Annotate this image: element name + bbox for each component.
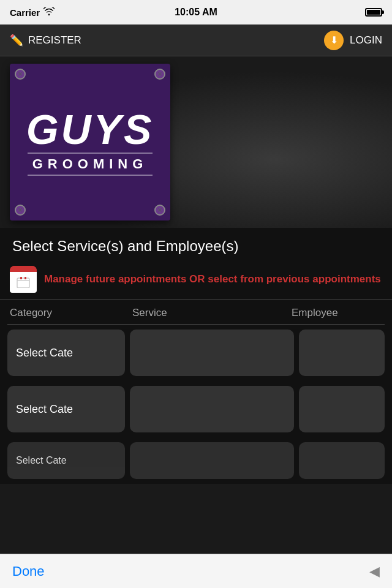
table-header: Category Service Employee [7,304,385,325]
pencil-icon: ✏️ [10,34,23,47]
header-category: Category [10,307,132,319]
table-row: Select Cate [7,437,385,484]
service-dropdown-3[interactable] [130,442,294,479]
carrier-label: Carrier [10,7,40,18]
category-dropdown-1[interactable]: Select Cate [7,330,125,376]
svg-rect-2 [20,277,22,279]
login-label[interactable]: LOGIN [350,34,382,47]
appointment-banner-text: Manage future appointments OR select fro… [44,272,381,287]
header-employee: Employee [292,307,382,319]
screw-bottom-right [154,205,165,216]
employee-dropdown-1[interactable] [299,330,385,376]
bottom-toolbar: Done ◀ [0,554,392,588]
table-row: Select Cate [7,381,385,437]
service-dropdown-2[interactable] [130,386,294,432]
calendar-icon [10,266,37,293]
appointment-banner[interactable]: Manage future appointments OR select fro… [0,260,392,300]
category-dropdown-3[interactable]: Select Cate [7,442,125,479]
page-title: Select Service(s) and Employee(s) [0,228,392,260]
nav-bar: ✏️ REGISTER ⬇ LOGIN [0,24,392,56]
logo-guys-text: GUYS [26,108,154,150]
coin-icon: ⬇ [324,31,344,50]
service-dropdown-1[interactable] [130,330,294,376]
header-service: Service [132,307,292,319]
hero-section: GUYS GROOMING [0,56,392,228]
login-nav-group: ⬇ LOGIN [324,31,382,50]
employee-dropdown-3[interactable] [299,442,385,479]
logo-card: GUYS GROOMING [10,64,170,221]
svg-rect-3 [24,277,26,279]
time-display: 10:05 AM [175,7,217,18]
logo-grooming-text: GROOMING [28,153,153,176]
register-label: REGISTER [28,34,81,47]
category-dropdown-2[interactable]: Select Cate [7,386,125,432]
done-button[interactable]: Done [12,564,45,579]
screw-top-left [15,69,26,80]
status-bar: Carrier 10:05 AM [0,0,392,24]
screw-top-right [154,69,165,80]
employee-dropdown-2[interactable] [299,386,385,432]
back-arrow-icon[interactable]: ◀ [369,564,380,579]
table-row: Select Cate [7,325,385,381]
register-nav-item[interactable]: ✏️ REGISTER [10,34,81,47]
screw-bottom-left [15,205,26,216]
battery-icon [365,8,382,17]
service-table: Category Service Employee Select Cate Se… [0,300,392,484]
battery-indicator [365,8,382,17]
wifi-icon [43,7,55,18]
svg-rect-0 [17,278,29,288]
content-area: Select Service(s) and Employee(s) Manage… [0,228,392,484]
